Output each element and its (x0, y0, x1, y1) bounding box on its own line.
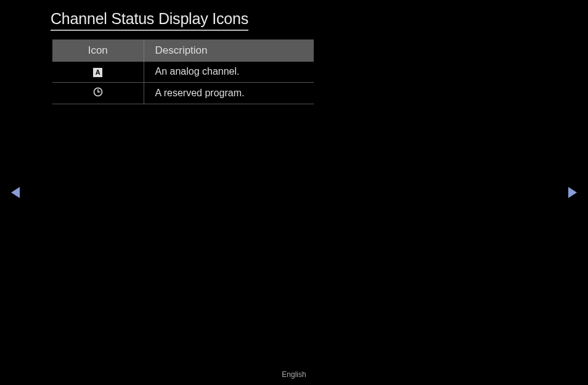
table-row: A An analog channel. (52, 62, 314, 82)
analog-icon: A (93, 68, 102, 77)
column-header-icon: Icon (52, 39, 144, 62)
arrow-left-icon (10, 186, 21, 199)
description-cell: An analog channel. (144, 62, 314, 82)
table-row: A reserved program. (52, 82, 314, 104)
language-label: English (0, 370, 588, 379)
description-cell: A reserved program. (144, 82, 314, 104)
clock-icon (93, 87, 103, 99)
svg-marker-3 (11, 187, 20, 198)
column-header-description: Description (144, 39, 314, 62)
svg-marker-4 (568, 187, 577, 198)
next-page-button[interactable] (567, 186, 578, 201)
icon-table: Icon Description A An analog channel. A … (52, 39, 314, 104)
previous-page-button[interactable] (10, 186, 21, 201)
page-title: Channel Status Display Icons (51, 10, 248, 31)
arrow-right-icon (567, 186, 578, 199)
